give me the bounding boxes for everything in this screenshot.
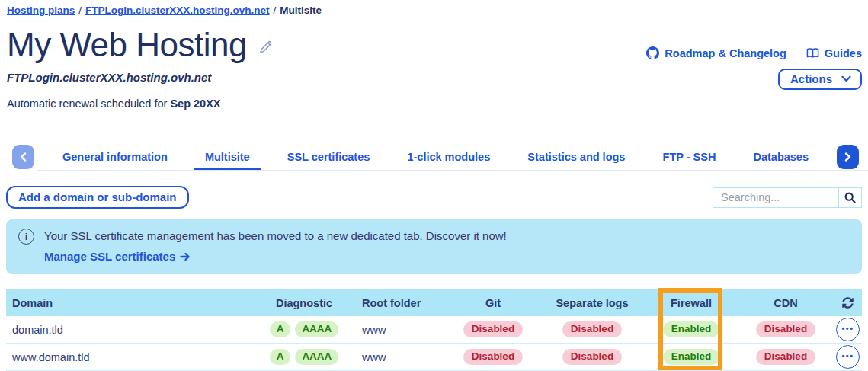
manage-ssl-label: Manage SSL certificates [44, 250, 175, 263]
tab-databases[interactable]: Databases [742, 145, 819, 171]
chevron-down-icon [841, 75, 851, 82]
tab-list: General information Multisite SSL certif… [52, 145, 819, 171]
add-domain-button[interactable]: Add a domain or sub-domain [6, 186, 189, 209]
column-header-root-folder: Root folder [346, 297, 447, 309]
tab-statistics-and-logs[interactable]: Statistics and logs [517, 145, 636, 171]
guides-link[interactable]: Guides [806, 47, 862, 59]
breadcrumb-separator: / [274, 5, 277, 16]
refresh-button[interactable] [834, 297, 862, 309]
diagnostic-cell: A AAAA [262, 321, 346, 337]
dns-aaaa-badge: AAAA [295, 349, 338, 365]
book-icon [806, 47, 819, 59]
domains-table: Domain Diagnostic Root folder Git Separa… [6, 289, 862, 371]
banner-message: Your SSL certificate management has been… [44, 229, 507, 242]
git-status-badge: Disabled [463, 321, 523, 337]
tabs-scroll-left-button[interactable] [12, 145, 34, 169]
table-header-row: Domain Diagnostic Root folder Git Separa… [6, 289, 862, 316]
dns-a-badge: A [270, 321, 291, 337]
row-actions-menu-button[interactable]: ••• [836, 345, 860, 369]
search-icon [844, 192, 856, 203]
root-folder-cell: www [346, 351, 447, 363]
column-header-cdn: CDN [738, 297, 834, 309]
table-row: www.domain.tld A AAAA www Disabled Disab… [6, 344, 862, 371]
ellipsis-icon: ••• [841, 351, 854, 360]
manage-ssl-certificates-link[interactable]: Manage SSL certificates [44, 250, 190, 263]
dns-a-badge: A [270, 349, 291, 365]
page-header-right: Roadmap & Changelog Guides Actions [646, 46, 862, 110]
info-icon: i [18, 229, 34, 245]
breadcrumb: Hosting plans/FTPLogin.clusterXXX.hostin… [0, 0, 868, 16]
service-name: FTPLogin.clusterXXX.hosting.ovh.net [7, 71, 273, 84]
table-row: domain.tld A AAAA www Disabled Disabled … [6, 316, 862, 344]
column-header-git: Git [447, 297, 540, 309]
tabs-scroll-right-button[interactable] [837, 145, 859, 169]
tab-multisite[interactable]: Multisite [194, 145, 261, 171]
separate-logs-status-badge: Disabled [562, 321, 622, 337]
cdn-status-badge: Disabled [756, 321, 815, 337]
tab-general-information[interactable]: General information [52, 145, 178, 171]
breadcrumb-current: Multisite [280, 5, 322, 16]
column-header-diagnostic: Diagnostic [262, 297, 346, 309]
search-button[interactable] [838, 188, 861, 207]
refresh-icon [842, 297, 854, 309]
breadcrumb-separator: / [78, 5, 82, 16]
diagnostic-cell: A AAAA [262, 349, 346, 365]
tab-ssl-certificates[interactable]: SSL certificates [277, 145, 381, 171]
tab-bar: General information Multisite SSL certif… [0, 145, 868, 171]
tab-ftp-ssh[interactable]: FTP - SSH [652, 145, 727, 171]
firewall-status-badge: Enabled [663, 349, 720, 365]
root-folder-cell: www [346, 324, 447, 336]
page-title: My Web Hosting [7, 25, 247, 65]
roadmap-changelog-label: Roadmap & Changelog [665, 47, 786, 59]
search-box [713, 187, 862, 208]
breadcrumb-hosting-plans[interactable]: Hosting plans [7, 5, 75, 16]
domain-cell: www.domain.tld [6, 351, 262, 363]
actions-button[interactable]: Actions [778, 69, 862, 90]
separate-logs-status-badge: Disabled [562, 349, 622, 365]
git-status-badge: Disabled [463, 349, 523, 365]
actions-label: Actions [790, 72, 832, 85]
column-header-firewall: Firewall [645, 297, 738, 309]
renewal-date: Sep 20XX [170, 98, 220, 110]
edit-title-icon[interactable] [258, 40, 273, 55]
breadcrumb-service[interactable]: FTPLogin.clusterXXX.hosting.ovh.net [85, 5, 270, 16]
row-actions-menu-button[interactable]: ••• [836, 318, 860, 341]
page-header: My Web Hosting FTPLogin.clusterXXX.hosti… [0, 25, 868, 110]
ellipsis-icon: ••• [841, 324, 854, 333]
search-input[interactable] [713, 188, 838, 207]
firewall-status-badge: Enabled [663, 321, 720, 337]
github-icon [646, 46, 659, 59]
domain-cell: domain.tld [6, 324, 262, 336]
roadmap-changelog-link[interactable]: Roadmap & Changelog [646, 46, 786, 59]
arrow-right-icon [180, 252, 190, 261]
column-header-domain: Domain [6, 297, 262, 309]
dns-aaaa-badge: AAAA [295, 321, 338, 337]
ssl-info-banner: i Your SSL certificate management has be… [6, 219, 862, 274]
tab-1-click-modules[interactable]: 1-click modules [396, 145, 501, 171]
renewal-info: Automatic renewal scheduled for Sep 20XX [7, 98, 273, 110]
column-header-separate-logs: Separate logs [540, 297, 645, 309]
guides-label: Guides [825, 47, 862, 59]
toolbar: Add a domain or sub-domain [0, 186, 868, 209]
cdn-status-badge: Disabled [756, 349, 815, 365]
page-header-left: My Web Hosting FTPLogin.clusterXXX.hosti… [7, 25, 273, 110]
